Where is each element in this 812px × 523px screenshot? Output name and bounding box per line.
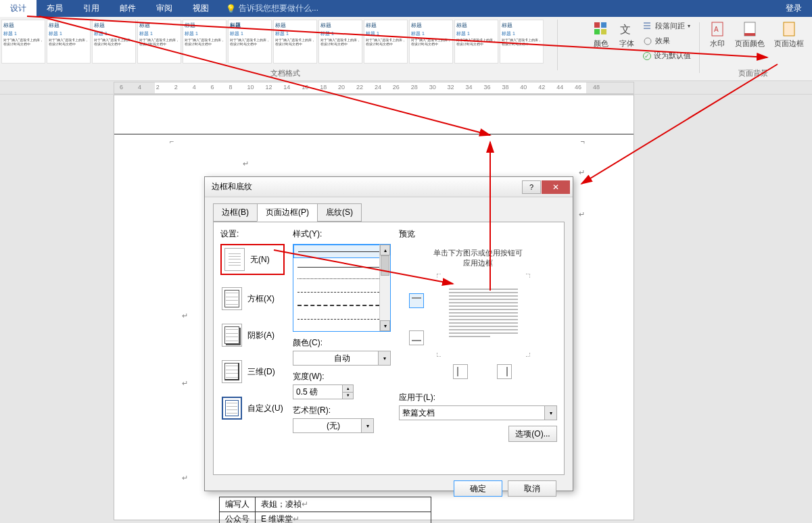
horizontal-ruler[interactable]: 6422468101214161820222426283032343638404… <box>114 82 634 94</box>
tell-me-text: 告诉我您想要做什么... <box>239 3 318 14</box>
style-thumbnail[interactable]: 标题标题 1对于"插入"选项卡上的库，在设计时与文档中 <box>273 20 317 64</box>
svg-rect-10 <box>784 22 794 36</box>
page-color-icon <box>742 21 758 37</box>
svg-rect-0 <box>594 22 600 28</box>
tab-view[interactable]: 视图 <box>183 0 219 17</box>
tab-design[interactable]: 设计 <box>0 0 37 17</box>
dropdown-icon: ▾ <box>361 419 373 432</box>
spin-up[interactable]: ▴ <box>342 385 353 393</box>
svg-text:A: A <box>714 26 719 33</box>
cancel-button[interactable]: 取消 <box>508 480 556 497</box>
tab-borders[interactable]: 边框(B) <box>213 203 258 222</box>
style-thumbnail[interactable]: 标题标题 1对于"插入"选项卡上的库，在设计时与文档中 <box>183 20 226 64</box>
style-thumbnail[interactable]: 标题标题 1对于"插入"选项卡上的库，在设计时与文档中 <box>364 20 408 64</box>
style-label: 样式(Y): <box>293 228 391 240</box>
svg-rect-2 <box>594 29 600 34</box>
color-label: 颜色(C): <box>293 337 391 349</box>
style-thumbnail[interactable]: 标题标题 1对于"插入"选项卡上的库，在设计时与文档中 <box>228 20 272 64</box>
svg-rect-3 <box>601 29 606 34</box>
setting-3d[interactable]: 三维(D) <box>220 359 285 384</box>
dropdown-icon: ▾ <box>544 406 556 420</box>
ribbon-tabs: 设计 布局 引用 邮件 审阅 视图 💡 告诉我您想要做什么... 登录 <box>0 0 812 17</box>
help-button[interactable]: ? <box>522 180 541 194</box>
page-color-button[interactable]: 页面颜色 <box>732 20 767 50</box>
tab-layout[interactable]: 布局 <box>37 0 73 17</box>
preview-hint: 单击下方图示或使用按钮可应用边框 <box>399 248 557 268</box>
colors-icon <box>593 21 609 37</box>
color-select[interactable]: 自动▾ <box>293 351 391 366</box>
tab-mailings[interactable]: 邮件 <box>110 0 146 17</box>
group-label-background: 页面背景 <box>738 68 768 78</box>
spacing-icon <box>643 22 652 31</box>
svg-text:文: 文 <box>620 24 631 35</box>
edge-right-button[interactable] <box>497 364 512 379</box>
svg-point-5 <box>644 38 651 45</box>
style-thumbnail[interactable]: 标题标题 1对于"插入"选项卡上的库，在设计时与文档中 <box>500 20 544 64</box>
setting-none[interactable]: 无(N) <box>220 244 285 275</box>
style-scrollbar[interactable]: ▴▾ <box>379 245 390 331</box>
svg-rect-1 <box>601 22 606 28</box>
options-button[interactable]: 选项(O)... <box>508 426 557 442</box>
dialog-title-text: 边框和底纹 <box>212 181 252 193</box>
tab-references[interactable]: 引用 <box>73 0 110 17</box>
settings-label: 设置: <box>220 228 285 240</box>
edge-left-button[interactable] <box>453 364 468 379</box>
close-icon: ✕ <box>552 182 559 192</box>
fonts-button[interactable]: 文字体 <box>616 20 638 50</box>
style-thumbnail[interactable]: 标题标题 1对于"插入"选项卡上的库，在设计时与文档中 <box>454 20 498 64</box>
apply-to-select[interactable]: 整篇文档▾ <box>399 405 557 420</box>
tab-page-border[interactable]: 页面边框(P) <box>257 203 318 222</box>
edge-top-button[interactable] <box>409 293 424 308</box>
preview-area <box>399 276 557 381</box>
style-listbox[interactable]: ▴▾ <box>293 244 391 332</box>
ruler-area: 6422468101214161820222426283032343638404… <box>0 81 812 95</box>
art-label: 艺术型(R): <box>293 405 391 416</box>
borders-shading-dialog: 边框和底纹 ? ✕ 边框(B) 页面边框(P) 底纹(S) 设置: 无(N) 方… <box>204 176 573 491</box>
tell-me-search[interactable]: 💡 告诉我您想要做什么... <box>226 3 318 14</box>
setting-custom[interactable]: 自定义(U) <box>220 395 285 421</box>
fonts-icon: 文 <box>619 21 635 37</box>
width-spinner[interactable]: 0.5 磅▴▾ <box>293 384 354 399</box>
style-thumbnail[interactable]: 标题标题 1对于"插入"选项卡上的库，在设计时与文档中 <box>137 20 181 64</box>
effects-button[interactable]: 效果 <box>642 34 692 47</box>
lightbulb-icon: 💡 <box>226 4 236 14</box>
group-label-formatting: 文档格式 <box>270 68 300 78</box>
setting-box[interactable]: 方框(X) <box>220 286 285 312</box>
apply-to-label: 应用于(L): <box>399 392 557 403</box>
tab-shading[interactable]: 底纹(S) <box>317 203 362 222</box>
style-thumbnail[interactable]: 标题标题 1对于"插入"选项卡上的库，在设计时与文档中 <box>409 20 453 64</box>
dialog-tabs: 边框(B) 页面边框(P) 底纹(S) <box>213 203 565 222</box>
style-thumbnail[interactable]: 标题标题 1对于"插入"选项卡上的库，在设计时与文档中 <box>47 20 91 64</box>
style-thumbnail[interactable]: 标题标题 1对于"插入"选项卡上的库，在设计时与文档中 <box>1 20 45 64</box>
table-cell[interactable]: 公众号 <box>220 512 256 524</box>
ribbon-design: 标题标题 1对于"插入"选项卡上的库，在设计时与文档中 标题标题 1对于"插入"… <box>0 17 812 81</box>
watermark-icon: A <box>709 21 725 37</box>
check-icon: ✓ <box>643 52 651 60</box>
edge-bottom-button[interactable] <box>409 330 424 345</box>
svg-rect-9 <box>744 33 755 36</box>
page-borders-button[interactable]: 页面边框 <box>771 20 807 50</box>
watermark-button[interactable]: A水印 <box>707 20 728 50</box>
art-select[interactable]: (无)▾ <box>293 418 374 433</box>
dialog-titlebar[interactable]: 边框和底纹 ? ✕ <box>205 177 573 197</box>
set-default-button[interactable]: ✓设为默认值 <box>642 49 692 62</box>
preview-page[interactable] <box>439 276 527 354</box>
setting-shadow[interactable]: 阴影(A) <box>220 322 285 348</box>
ok-button[interactable]: 确定 <box>454 480 502 497</box>
close-button[interactable]: ✕ <box>542 180 570 194</box>
colors-button[interactable]: 颜色 <box>590 20 612 50</box>
preview-label: 预览 <box>399 228 557 240</box>
effects-icon <box>643 36 652 46</box>
style-thumbnail[interactable]: 标题标题 1对于"插入"选项卡上的库，在设计时与文档中 <box>318 20 362 64</box>
spin-down[interactable]: ▾ <box>342 393 353 399</box>
table-cell[interactable]: E 维课堂↵ <box>256 512 431 524</box>
tab-review[interactable]: 审阅 <box>146 0 183 17</box>
login-link[interactable]: 登录 <box>786 3 802 14</box>
paragraph-spacing-button[interactable]: 段落间距▾ <box>642 20 692 32</box>
page-borders-icon <box>781 21 797 37</box>
style-thumbnail[interactable]: 标题标题 1对于"插入"选项卡上的库，在设计时与文档中 <box>92 20 136 64</box>
dropdown-icon: ▾ <box>378 351 390 365</box>
width-label: 宽度(W): <box>293 371 391 382</box>
